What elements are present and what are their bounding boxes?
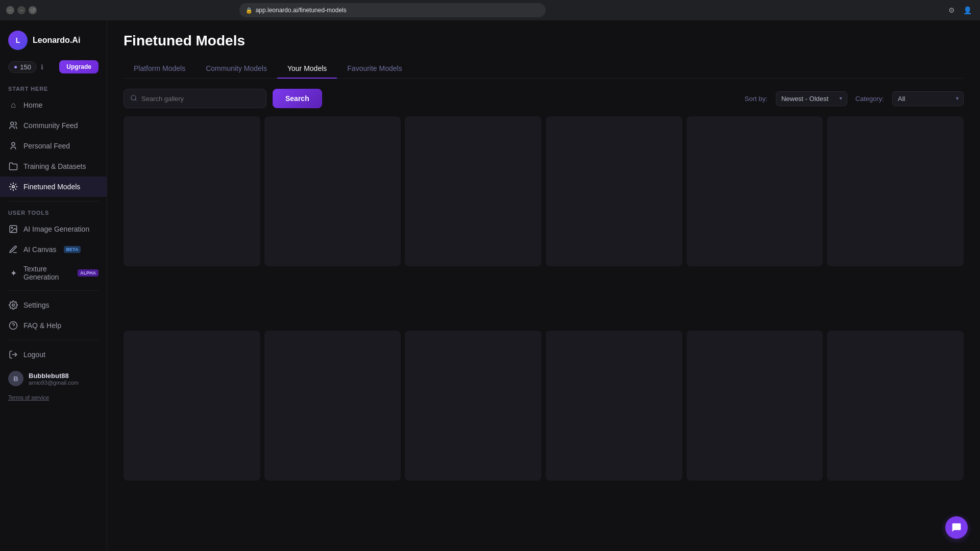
page-header: Finetuned Models Platform Models Communi… — [107, 20, 980, 79]
model-card[interactable] — [124, 331, 260, 481]
texture-gen-label: Texture Generation — [23, 265, 70, 281]
extensions-icon[interactable]: ⚙ — [946, 4, 957, 16]
page-title: Finetuned Models — [124, 33, 964, 49]
model-card[interactable] — [687, 331, 823, 481]
model-card[interactable] — [405, 116, 542, 266]
faq-label: FAQ & Help — [23, 321, 61, 330]
model-card[interactable] — [827, 331, 964, 481]
sidebar-item-community-feed[interactable]: Community Feed — [0, 115, 107, 136]
upgrade-button[interactable]: Upgrade — [59, 60, 99, 73]
category-select[interactable]: All — [892, 91, 964, 106]
sidebar-item-logout[interactable]: Logout — [0, 344, 107, 365]
profile-icon[interactable]: 👤 — [961, 4, 974, 16]
credits-row: ● 150 ℹ Upgrade — [0, 58, 107, 82]
personal-feed-icon — [8, 141, 18, 151]
tab-platform-models[interactable]: Platform Models — [124, 59, 195, 79]
model-card[interactable] — [405, 331, 542, 481]
user-email: arnio93@gmail.com — [29, 380, 79, 386]
sort-select[interactable]: Newest - Oldest Oldest - Newest — [776, 91, 847, 106]
main-content: Finetuned Models Platform Models Communi… — [107, 20, 980, 551]
texture-gen-icon: ✦ — [8, 268, 18, 278]
sidebar-item-texture-gen[interactable]: ✦ Texture Generation ALPHA — [0, 260, 107, 286]
sidebar-item-faq[interactable]: FAQ & Help — [0, 315, 107, 336]
tab-your-models[interactable]: Your Models — [277, 59, 337, 79]
model-card[interactable] — [124, 116, 260, 266]
logo-area: L Leonardo.Ai — [0, 20, 107, 58]
sidebar: L Leonardo.Ai ● 150 ℹ Upgrade Start Here… — [0, 20, 107, 551]
logo-text: Leonardo.Ai — [33, 36, 80, 45]
terms-link[interactable]: Terms of service — [0, 392, 107, 403]
sidebar-item-personal-feed[interactable]: Personal Feed — [0, 136, 107, 156]
finetuned-models-icon — [8, 182, 18, 192]
search-input[interactable] — [141, 95, 260, 103]
category-select-wrapper: All — [892, 91, 964, 106]
model-card[interactable] — [546, 116, 682, 266]
sort-by-label: Sort by: — [745, 95, 768, 103]
divider-3 — [8, 340, 99, 340]
personal-feed-label: Personal Feed — [23, 142, 70, 150]
toolbar: Search Sort by: Newest - Oldest Oldest -… — [107, 79, 980, 116]
ai-canvas-icon — [8, 244, 18, 255]
user-tools-label: User Tools — [0, 206, 107, 219]
sidebar-item-training-datasets[interactable]: Training & Datasets — [0, 156, 107, 177]
community-feed-icon — [8, 120, 18, 131]
beta-badge: BETA — [64, 246, 81, 253]
search-button[interactable]: Search — [273, 89, 322, 108]
svg-point-5 — [12, 304, 15, 307]
search-icon — [130, 94, 137, 103]
start-here-label: Start Here — [0, 82, 107, 95]
ai-canvas-label: AI Canvas — [23, 245, 57, 254]
training-icon — [8, 161, 18, 171]
alpha-badge: ALPHA — [78, 269, 99, 277]
sort-controls: Sort by: Newest - Oldest Oldest - Newest… — [745, 91, 964, 106]
faq-icon — [8, 320, 18, 331]
logout-icon — [8, 349, 18, 360]
browser-chrome: ← → ↺ 🔒 app.leonardo.ai/finetuned-models… — [0, 0, 980, 20]
address-bar: 🔒 app.leonardo.ai/finetuned-models — [239, 3, 546, 17]
back-button[interactable]: ← — [6, 6, 14, 14]
browser-controls: ← → ↺ — [6, 6, 37, 14]
model-card[interactable] — [264, 331, 401, 481]
sort-select-wrapper: Newest - Oldest Oldest - Newest — [776, 91, 847, 106]
svg-point-9 — [131, 95, 136, 99]
app-container: L Leonardo.Ai ● 150 ℹ Upgrade Start Here… — [0, 20, 980, 551]
training-datasets-label: Training & Datasets — [23, 162, 86, 170]
logo-avatar: L — [8, 31, 28, 50]
svg-point-2 — [12, 186, 15, 188]
model-card[interactable] — [687, 116, 823, 266]
user-info: Bubblebut88 arnio93@gmail.com — [29, 372, 79, 386]
model-card[interactable] — [546, 331, 682, 481]
sidebar-item-home[interactable]: ⌂ Home — [0, 95, 107, 115]
divider-1 — [8, 201, 99, 202]
settings-label: Settings — [23, 301, 50, 309]
user-row: B Bubblebut88 arnio93@gmail.com — [0, 365, 107, 392]
forward-button[interactable]: → — [17, 6, 26, 14]
svg-line-10 — [135, 99, 137, 101]
tab-favourite-models[interactable]: Favourite Models — [337, 59, 412, 79]
tab-community-models[interactable]: Community Models — [195, 59, 277, 79]
browser-actions: ⚙ 👤 — [946, 4, 974, 16]
sidebar-item-finetuned-models[interactable]: Finetuned Models — [0, 177, 107, 197]
username: Bubblebut88 — [29, 372, 79, 380]
credits-coin-icon: ● — [14, 63, 17, 70]
model-card[interactable] — [264, 116, 401, 266]
models-grid — [107, 116, 980, 551]
chat-bubble-button[interactable] — [945, 516, 968, 539]
svg-point-4 — [11, 227, 12, 228]
model-card[interactable] — [827, 116, 964, 266]
avatar: B — [8, 371, 23, 386]
sidebar-item-ai-image-gen[interactable]: AI Image Generation — [0, 219, 107, 239]
svg-point-1 — [12, 142, 15, 145]
tab-bar: Platform Models Community Models Your Mo… — [124, 59, 964, 79]
svg-point-0 — [11, 122, 14, 125]
ai-image-gen-label: AI Image Generation — [23, 225, 89, 233]
category-label: Category: — [855, 95, 884, 103]
reload-button[interactable]: ↺ — [29, 6, 37, 14]
credits-count: 150 — [20, 63, 31, 71]
credits-info-icon[interactable]: ℹ — [41, 63, 43, 71]
finetuned-models-label: Finetuned Models — [23, 183, 80, 191]
home-icon: ⌂ — [8, 100, 18, 110]
divider-2 — [8, 290, 99, 291]
sidebar-item-settings[interactable]: Settings — [0, 295, 107, 315]
sidebar-item-ai-canvas[interactable]: AI Canvas BETA — [0, 239, 107, 260]
